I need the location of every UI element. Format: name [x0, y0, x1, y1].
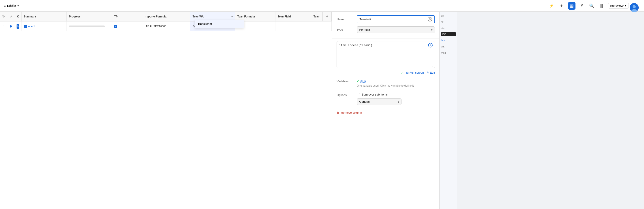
- top-bar: ≡ Eddie ▾ ⚡ ✦ ▦ ⊻ 🔍 ||| reproview* ▾: [0, 0, 644, 12]
- sidebar-stub-liev: liev: [441, 38, 456, 42]
- app-title: Eddie: [7, 4, 16, 7]
- remove-column-button[interactable]: 🗑 Remove column: [336, 111, 362, 114]
- trash-icon: 🗑: [336, 111, 340, 114]
- td-progress: [67, 21, 112, 31]
- fullscreen-icon: ⊡: [406, 71, 409, 74]
- table-row: ⠿ S ✓ num1: [0, 21, 332, 31]
- th-teamfield-label: TeamField: [278, 15, 291, 18]
- th-teamwa-label: TeamWA: [192, 15, 204, 18]
- th-team-label: Team: [314, 15, 320, 18]
- formula-config-panel: Name TeamWA ✕ Type Formula Text Number: [332, 12, 439, 209]
- options-label: Options: [336, 93, 354, 97]
- formula-valid-icon: ✓: [400, 70, 404, 75]
- app-chevron-icon[interactable]: ▾: [18, 4, 19, 7]
- reproview-label: reproview*: [610, 4, 624, 7]
- options-content: Sum over sub-items General Numeric Text …: [357, 93, 435, 105]
- variable-check-icon: ✓: [357, 79, 360, 83]
- sidebar-stub-modi: modi: [441, 51, 456, 55]
- variables-row: Variables ✓ item One variable used. Clic…: [336, 79, 435, 87]
- th-summary-label: Summary: [24, 15, 36, 18]
- td-s-badge: S: [14, 21, 22, 31]
- th-progress-label: Progress: [69, 15, 80, 18]
- type-field-row: Type Formula Text Number Date Boolean ▾: [336, 26, 435, 33]
- summary-checkbox[interactable]: ✓: [24, 25, 27, 28]
- general-select[interactable]: General Numeric Text: [357, 98, 402, 105]
- td-teamfield: [276, 21, 311, 31]
- sidebar-stub-do-badge: DO: [441, 32, 456, 36]
- variable-item-tag[interactable]: ✓ item: [357, 79, 366, 83]
- remove-column-label: Remove column: [341, 111, 362, 114]
- th-team[interactable]: Team: [311, 12, 323, 21]
- th-teamfield[interactable]: TeamField: [276, 12, 311, 21]
- main-content: ↻ ⇄ K Summary Progress TP report: [0, 12, 644, 209]
- teamwa-option-bobsteam[interactable]: BobsTeam: [195, 20, 244, 28]
- name-field-row: Name TeamWA ✕: [336, 15, 435, 23]
- avatar: [630, 3, 639, 12]
- variables-section: Variables ✓ item One variable used. Clic…: [332, 76, 439, 90]
- formula-container: item.access("Team") ? ⊿: [336, 41, 435, 69]
- th-tp[interactable]: TP: [112, 12, 143, 21]
- summary-checkbox-item: ✓ num1: [24, 25, 35, 28]
- td-summary[interactable]: ✓ num1: [22, 21, 67, 31]
- formula-resize-handle: ⊿: [431, 65, 434, 68]
- item-type-badge: S: [16, 24, 19, 29]
- sum-over-subitems-row: Sum over sub-items: [357, 93, 435, 96]
- th-add[interactable]: ＋: [323, 12, 332, 21]
- add-column-icon[interactable]: ＋: [325, 14, 329, 19]
- options-section: Options Sum over sub-items General Numer…: [332, 90, 439, 108]
- svg-point-1: [632, 5, 636, 8]
- fullscreen-label: Full-screen: [410, 71, 424, 74]
- td-drag-handle: ⠿: [0, 21, 7, 31]
- fullscreen-button[interactable]: ⊡ Full-screen: [406, 70, 424, 75]
- search-icon[interactable]: 🔍: [588, 2, 595, 9]
- sum-over-subitems-label: Sum over sub-items: [362, 93, 388, 96]
- sidebar-stub-sk: sk: [441, 20, 456, 24]
- formula-actions: ✓ ⊡ Full-screen ✎ Edit: [332, 69, 439, 76]
- tp-checkbox-group: ✓ =: [114, 25, 120, 28]
- variables-hint: One variable used. Click the variable to…: [357, 84, 435, 87]
- table-area: ↻ ⇄ K Summary Progress TP report: [0, 12, 332, 209]
- reproview-chevron-icon: ▾: [625, 4, 626, 7]
- sidebar-stub-orit: orit: [441, 44, 456, 49]
- name-input-text: TeamWA: [360, 18, 371, 21]
- columns-icon[interactable]: |||: [599, 2, 604, 9]
- refresh-icon: ↻: [2, 15, 5, 18]
- th-progress[interactable]: Progress: [67, 12, 112, 21]
- filter-icon[interactable]: ⊻: [580, 2, 584, 9]
- edit-button[interactable]: ✎ Edit: [426, 70, 435, 75]
- formula-textarea[interactable]: item.access("Team"): [336, 41, 435, 68]
- remove-section: 🗑 Remove column: [332, 108, 439, 117]
- sidebar-stub-tai: tai: [441, 13, 456, 18]
- th-teamformula-label: TeamFormula: [237, 15, 255, 18]
- th-k-label: K: [17, 15, 19, 18]
- th-reporter-label: reporterFormula: [146, 15, 166, 18]
- star-icon[interactable]: ✦: [559, 2, 564, 9]
- progress-bar-container: [69, 25, 105, 27]
- app-title-area[interactable]: ≡ Eddie ▾: [4, 4, 19, 8]
- formula-section: item.access("Team") ? ⊿ ✓ ⊡ Full-screen …: [332, 38, 439, 76]
- name-clear-button[interactable]: ✕: [428, 17, 432, 21]
- lightning-icon[interactable]: ⚡: [548, 2, 555, 9]
- type-select[interactable]: Formula Text Number Date Boolean: [357, 26, 435, 33]
- type-select-wrapper: Formula Text Number Date Boolean ▾: [357, 26, 435, 33]
- tp-checkbox-icon[interactable]: ✓: [114, 25, 117, 28]
- sidebar-stub-atu: atu:: [441, 26, 456, 30]
- tp-equals-icon: =: [118, 25, 120, 28]
- td-tp: ✓ =: [112, 21, 143, 31]
- sum-over-subitems-checkbox[interactable]: [357, 93, 360, 96]
- layers-icon[interactable]: ▦: [568, 2, 576, 10]
- th-refresh: ⇄: [7, 12, 14, 21]
- th-reporter[interactable]: reporterFormula: [143, 12, 190, 21]
- pencil-icon: ✎: [426, 71, 429, 74]
- th-k: K: [14, 12, 22, 21]
- th-summary[interactable]: Summary: [22, 12, 67, 21]
- teamwa-popup[interactable]: BobsTeam: [195, 20, 244, 28]
- summary-text: num1: [28, 25, 35, 28]
- panel-name-section: Name TeamWA ✕ Type Formula Text Number: [332, 12, 439, 38]
- th-teamwa-dropdown-icon[interactable]: ▾: [231, 15, 233, 18]
- reproview-button[interactable]: reproview* ▾: [608, 3, 629, 8]
- td-reporter: JIRAUSER10000: [143, 21, 190, 31]
- menu-icon: ≡: [4, 4, 6, 8]
- td-team: [311, 21, 332, 31]
- name-input-wrapper[interactable]: TeamWA ✕: [357, 15, 435, 23]
